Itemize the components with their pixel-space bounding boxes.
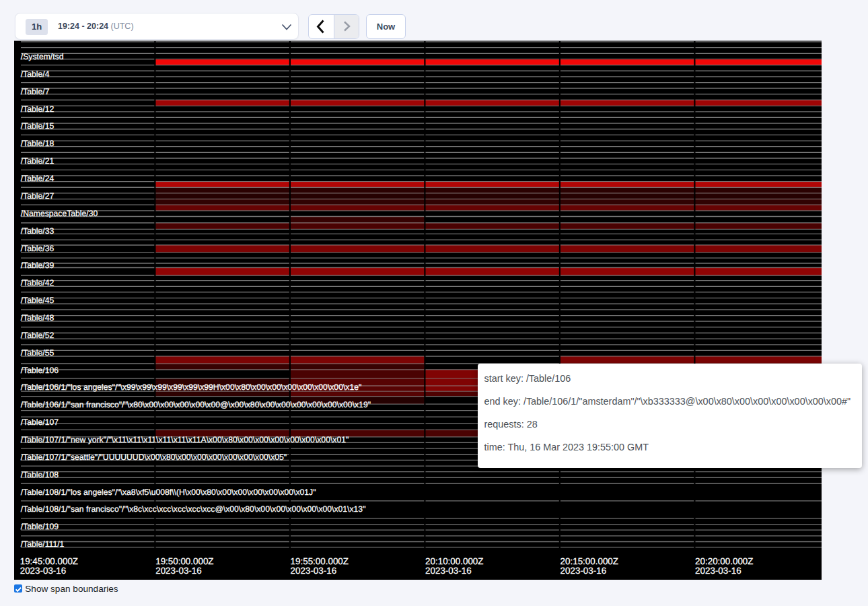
svg-text:/Table/108/1/"san francisco"/": /Table/108/1/"san francisco"/"\x8c\xcc\x… xyxy=(21,504,366,514)
svg-text:2023-03-16: 2023-03-16 xyxy=(155,566,202,576)
svg-text:/Table/42: /Table/42 xyxy=(21,278,55,288)
svg-text:/Table/12: /Table/12 xyxy=(21,104,55,114)
svg-text:/Table/107: /Table/107 xyxy=(21,417,59,427)
svg-text:/Table/111/1: /Table/111/1 xyxy=(21,539,65,549)
svg-text:2023-03-16: 2023-03-16 xyxy=(695,566,742,576)
svg-text:/Table/106/1/"los angeles"/"\x: /Table/106/1/"los angeles"/"\x99\x99\x99… xyxy=(21,382,361,392)
svg-text:/Table/106: /Table/106 xyxy=(21,366,59,375)
svg-text:/Table/24: /Table/24 xyxy=(21,174,55,183)
svg-text:/Table/27: /Table/27 xyxy=(21,191,55,201)
svg-text:20:10:00.000Z: 20:10:00.000Z xyxy=(425,556,483,566)
svg-text:20:20:00.000Z: 20:20:00.000Z xyxy=(695,556,753,566)
svg-text:/Table/36: /Table/36 xyxy=(21,244,55,253)
svg-text:2023-03-16: 2023-03-16 xyxy=(560,566,607,576)
svg-text:/Table/45: /Table/45 xyxy=(21,296,55,305)
svg-text:/Table/18: /Table/18 xyxy=(21,139,55,148)
svg-text:/Table/108/1/"los angeles"/"\x: /Table/108/1/"los angeles"/"\xa8\xf5\u00… xyxy=(21,487,316,497)
svg-text:/Table/15: /Table/15 xyxy=(21,121,55,131)
svg-text:/Table/55: /Table/55 xyxy=(21,348,55,358)
svg-text:19:50:00.000Z: 19:50:00.000Z xyxy=(155,556,213,566)
svg-text:19:45:00.000Z: 19:45:00.000Z xyxy=(20,556,78,566)
svg-text:/Table/21: /Table/21 xyxy=(21,156,55,166)
svg-text:/Table/107/1/"seattle"/"UUUUUU: /Table/107/1/"seattle"/"UUUUUUD\x00\x80\… xyxy=(21,452,287,462)
svg-text:2023-03-16: 2023-03-16 xyxy=(20,566,67,576)
svg-text:/Table/7: /Table/7 xyxy=(21,87,50,96)
svg-text:/Table/107/1/"new york"/"\x11\: /Table/107/1/"new york"/"\x11\x11\x11\x1… xyxy=(21,435,349,444)
svg-text:/Table/52: /Table/52 xyxy=(21,331,55,340)
svg-text:/System/tsd: /System/tsd xyxy=(21,52,64,61)
svg-text:/Table/33: /Table/33 xyxy=(21,226,55,236)
svg-text:/Table/48: /Table/48 xyxy=(21,313,55,323)
svg-text:/Table/39: /Table/39 xyxy=(21,261,55,270)
svg-text:19:55:00.000Z: 19:55:00.000Z xyxy=(291,556,349,566)
svg-text:/Table/106/1/"san francisco"/": /Table/106/1/"san francisco"/"\x80\x00\x… xyxy=(21,400,371,409)
svg-text:/Table/4: /Table/4 xyxy=(21,69,50,79)
svg-text:2023-03-16: 2023-03-16 xyxy=(425,566,472,576)
svg-text:20:15:00.000Z: 20:15:00.000Z xyxy=(560,556,618,566)
svg-text:2023-03-16: 2023-03-16 xyxy=(291,566,337,576)
svg-text:/NamespaceTable/30: /NamespaceTable/30 xyxy=(21,209,98,218)
svg-text:/Table/108: /Table/108 xyxy=(21,470,59,479)
svg-text:/Table/109: /Table/109 xyxy=(21,522,59,531)
